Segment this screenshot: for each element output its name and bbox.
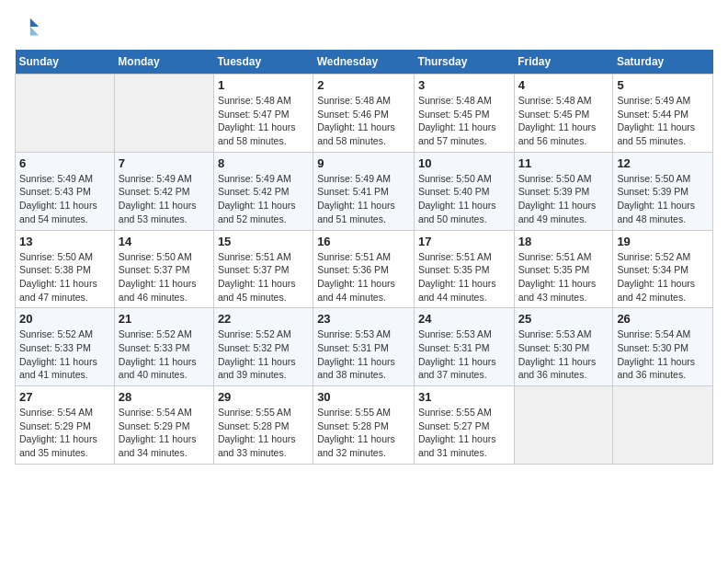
header-cell-tuesday: Tuesday xyxy=(213,50,313,75)
day-number: 23 xyxy=(317,312,410,326)
day-detail: Sunrise: 5:51 AMSunset: 5:36 PMDaylight:… xyxy=(317,250,410,304)
day-cell: 3Sunrise: 5:48 AMSunset: 5:45 PMDaylight… xyxy=(414,75,514,153)
day-cell: 29Sunrise: 5:55 AMSunset: 5:28 PMDayligh… xyxy=(213,386,313,465)
day-number: 11 xyxy=(518,156,609,170)
day-number: 27 xyxy=(19,390,110,404)
day-detail: Sunrise: 5:52 AMSunset: 5:33 PMDaylight:… xyxy=(19,327,110,382)
header-row: SundayMondayTuesdayWednesdayThursdayFrid… xyxy=(16,50,713,75)
header-cell-friday: Friday xyxy=(514,50,613,75)
day-number: 28 xyxy=(119,390,210,404)
header-cell-saturday: Saturday xyxy=(613,50,713,75)
day-cell: 17Sunrise: 5:51 AMSunset: 5:35 PMDayligh… xyxy=(414,230,514,308)
day-cell: 5Sunrise: 5:49 AMSunset: 5:44 PMDaylight… xyxy=(613,75,713,153)
day-number: 12 xyxy=(617,156,709,170)
day-detail: Sunrise: 5:53 AMSunset: 5:31 PMDaylight:… xyxy=(317,327,410,382)
day-detail: Sunrise: 5:52 AMSunset: 5:34 PMDaylight:… xyxy=(617,250,709,304)
day-detail: Sunrise: 5:54 AMSunset: 5:29 PMDaylight:… xyxy=(119,406,210,460)
day-number: 20 xyxy=(19,312,110,326)
day-detail: Sunrise: 5:51 AMSunset: 5:35 PMDaylight:… xyxy=(418,250,510,304)
day-number: 1 xyxy=(218,78,309,92)
day-cell: 25Sunrise: 5:53 AMSunset: 5:30 PMDayligh… xyxy=(514,308,613,386)
header-cell-monday: Monday xyxy=(114,50,213,75)
day-number: 8 xyxy=(218,156,309,170)
day-detail: Sunrise: 5:50 AMSunset: 5:37 PMDaylight:… xyxy=(119,250,210,304)
day-cell: 11Sunrise: 5:50 AMSunset: 5:39 PMDayligh… xyxy=(514,152,613,230)
day-detail: Sunrise: 5:51 AMSunset: 5:37 PMDaylight:… xyxy=(218,250,309,304)
svg-marker-0 xyxy=(30,18,39,27)
svg-marker-1 xyxy=(30,27,39,35)
day-cell: 8Sunrise: 5:49 AMSunset: 5:42 PMDaylight… xyxy=(213,152,313,230)
day-number: 13 xyxy=(19,235,110,248)
day-number: 4 xyxy=(518,78,609,92)
day-detail: Sunrise: 5:51 AMSunset: 5:35 PMDaylight:… xyxy=(518,250,609,304)
day-number: 7 xyxy=(119,156,210,170)
day-number: 21 xyxy=(119,312,210,326)
day-cell: 4Sunrise: 5:48 AMSunset: 5:45 PMDaylight… xyxy=(514,75,613,153)
header-cell-wednesday: Wednesday xyxy=(313,50,415,75)
header-cell-thursday: Thursday xyxy=(414,50,514,75)
day-detail: Sunrise: 5:49 AMSunset: 5:42 PMDaylight:… xyxy=(119,172,210,226)
day-detail: Sunrise: 5:53 AMSunset: 5:31 PMDaylight:… xyxy=(418,327,510,382)
day-detail: Sunrise: 5:54 AMSunset: 5:30 PMDaylight:… xyxy=(617,327,709,382)
day-number: 25 xyxy=(518,312,609,326)
day-number: 17 xyxy=(418,235,510,248)
day-cell: 26Sunrise: 5:54 AMSunset: 5:30 PMDayligh… xyxy=(613,308,713,386)
day-detail: Sunrise: 5:50 AMSunset: 5:38 PMDaylight:… xyxy=(19,250,110,304)
day-detail: Sunrise: 5:48 AMSunset: 5:45 PMDaylight:… xyxy=(518,94,609,148)
day-cell: 9Sunrise: 5:49 AMSunset: 5:41 PMDaylight… xyxy=(313,152,415,230)
day-number: 24 xyxy=(418,312,510,326)
day-cell xyxy=(514,386,613,465)
day-detail: Sunrise: 5:49 AMSunset: 5:43 PMDaylight:… xyxy=(19,172,110,226)
calendar-body: 1Sunrise: 5:48 AMSunset: 5:47 PMDaylight… xyxy=(16,75,713,465)
day-detail: Sunrise: 5:50 AMSunset: 5:40 PMDaylight:… xyxy=(418,172,510,226)
day-cell xyxy=(613,386,713,465)
week-row-5: 27Sunrise: 5:54 AMSunset: 5:29 PMDayligh… xyxy=(16,386,713,465)
day-number: 31 xyxy=(418,390,510,404)
day-detail: Sunrise: 5:50 AMSunset: 5:39 PMDaylight:… xyxy=(518,172,609,226)
day-detail: Sunrise: 5:52 AMSunset: 5:33 PMDaylight:… xyxy=(119,327,210,382)
day-detail: Sunrise: 5:55 AMSunset: 5:28 PMDaylight:… xyxy=(218,406,309,460)
logo-icon xyxy=(15,15,40,40)
week-row-2: 6Sunrise: 5:49 AMSunset: 5:43 PMDaylight… xyxy=(16,152,713,230)
logo xyxy=(15,15,44,40)
day-cell: 10Sunrise: 5:50 AMSunset: 5:40 PMDayligh… xyxy=(414,152,514,230)
day-cell: 6Sunrise: 5:49 AMSunset: 5:43 PMDaylight… xyxy=(16,152,115,230)
day-cell: 7Sunrise: 5:49 AMSunset: 5:42 PMDaylight… xyxy=(114,152,213,230)
day-detail: Sunrise: 5:54 AMSunset: 5:29 PMDaylight:… xyxy=(19,406,110,460)
day-cell: 12Sunrise: 5:50 AMSunset: 5:39 PMDayligh… xyxy=(613,152,713,230)
day-number: 16 xyxy=(317,235,410,248)
day-cell xyxy=(114,75,213,153)
page-header xyxy=(15,15,713,40)
week-row-4: 20Sunrise: 5:52 AMSunset: 5:33 PMDayligh… xyxy=(16,308,713,386)
day-cell: 1Sunrise: 5:48 AMSunset: 5:47 PMDaylight… xyxy=(213,75,313,153)
day-number: 5 xyxy=(617,78,709,92)
day-detail: Sunrise: 5:49 AMSunset: 5:42 PMDaylight:… xyxy=(218,172,309,226)
day-detail: Sunrise: 5:55 AMSunset: 5:27 PMDaylight:… xyxy=(418,406,510,460)
day-number: 18 xyxy=(518,235,609,248)
day-cell: 2Sunrise: 5:48 AMSunset: 5:46 PMDaylight… xyxy=(313,75,415,153)
day-cell: 23Sunrise: 5:53 AMSunset: 5:31 PMDayligh… xyxy=(313,308,415,386)
day-cell: 24Sunrise: 5:53 AMSunset: 5:31 PMDayligh… xyxy=(414,308,514,386)
day-cell: 30Sunrise: 5:55 AMSunset: 5:28 PMDayligh… xyxy=(313,386,415,465)
day-cell: 19Sunrise: 5:52 AMSunset: 5:34 PMDayligh… xyxy=(613,230,713,308)
day-number: 6 xyxy=(19,156,110,170)
day-number: 9 xyxy=(317,156,410,170)
day-cell: 28Sunrise: 5:54 AMSunset: 5:29 PMDayligh… xyxy=(114,386,213,465)
calendar-table: SundayMondayTuesdayWednesdayThursdayFrid… xyxy=(15,50,713,465)
day-detail: Sunrise: 5:50 AMSunset: 5:39 PMDaylight:… xyxy=(617,172,709,226)
day-number: 3 xyxy=(418,78,510,92)
week-row-3: 13Sunrise: 5:50 AMSunset: 5:38 PMDayligh… xyxy=(16,230,713,308)
day-detail: Sunrise: 5:49 AMSunset: 5:44 PMDaylight:… xyxy=(617,94,709,148)
day-detail: Sunrise: 5:55 AMSunset: 5:28 PMDaylight:… xyxy=(317,406,410,460)
day-detail: Sunrise: 5:48 AMSunset: 5:46 PMDaylight:… xyxy=(317,94,410,148)
day-number: 2 xyxy=(317,78,410,92)
calendar-header: SundayMondayTuesdayWednesdayThursdayFrid… xyxy=(16,50,713,75)
day-cell: 13Sunrise: 5:50 AMSunset: 5:38 PMDayligh… xyxy=(16,230,115,308)
day-number: 15 xyxy=(218,235,309,248)
day-cell: 21Sunrise: 5:52 AMSunset: 5:33 PMDayligh… xyxy=(114,308,213,386)
day-cell: 27Sunrise: 5:54 AMSunset: 5:29 PMDayligh… xyxy=(16,386,115,465)
day-cell xyxy=(16,75,115,153)
day-number: 10 xyxy=(418,156,510,170)
day-number: 30 xyxy=(317,390,410,404)
day-number: 19 xyxy=(617,235,709,248)
